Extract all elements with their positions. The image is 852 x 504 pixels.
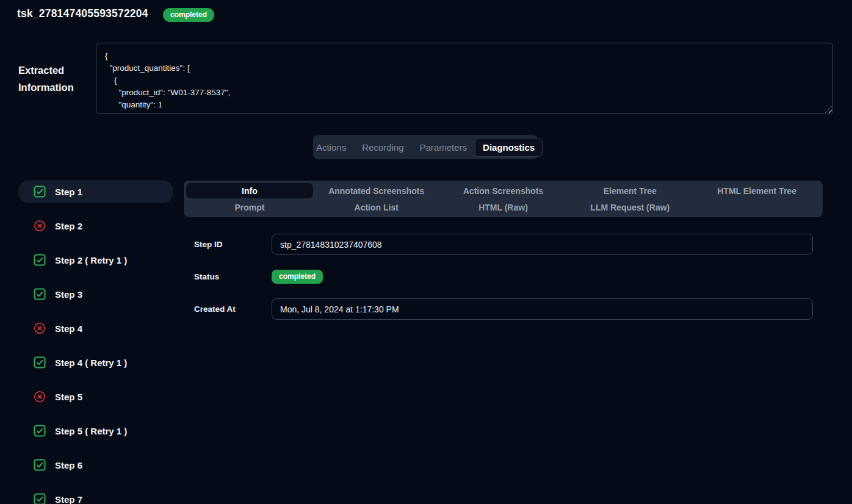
step-list-item[interactable]: Step 4 ( Retry 1 ) <box>18 351 173 374</box>
step-label: Step 2 ( Retry 1 ) <box>55 255 127 265</box>
step-list-item[interactable]: Step 5 ( Retry 1 ) <box>18 419 173 442</box>
steps-sidebar: Step 1 Step 2 Step 2 ( Retry 1 ) Step 3 <box>18 180 173 504</box>
step-list-item[interactable]: Step 1 <box>18 180 173 203</box>
subtab-html-element-tree[interactable]: HTML Element Tree <box>693 183 820 198</box>
step-label: Step 5 <box>55 392 82 402</box>
step-list-item[interactable]: Step 6 <box>18 453 173 477</box>
tab-parameters[interactable]: Parameters <box>412 138 475 157</box>
x-circle-icon <box>34 391 46 403</box>
check-square-icon <box>34 459 46 471</box>
task-status-badge: completed <box>163 8 214 22</box>
step-label: Step 4 ( Retry 1 ) <box>55 358 127 368</box>
check-square-icon <box>34 185 46 198</box>
subtab-prompt[interactable]: Prompt <box>186 200 313 215</box>
subtab-info[interactable]: Info <box>186 183 313 198</box>
subtab-action-list[interactable]: Action List <box>313 200 440 215</box>
x-circle-icon <box>34 220 46 232</box>
subtab-empty-cell <box>693 200 820 215</box>
status-label: Status <box>194 272 219 281</box>
subtab-llm-request-raw[interactable]: LLM Request (Raw) <box>566 200 693 215</box>
step-label: Step 7 <box>55 494 82 504</box>
check-square-icon <box>34 493 46 504</box>
extracted-information-container: { "product_quantities": [ { "product_id"… <box>96 43 833 114</box>
step-label: Step 3 <box>55 289 82 300</box>
subtab-element-tree[interactable]: Element Tree <box>566 183 693 198</box>
diagnostics-tab-bar: Info Annotated Screenshots Action Screen… <box>184 181 823 217</box>
extracted-information-label: Extracted Information <box>18 62 92 96</box>
check-square-icon <box>34 356 46 369</box>
created-at-label: Created At <box>194 304 236 314</box>
subtab-annotated-screenshots[interactable]: Annotated Screenshots <box>313 183 440 198</box>
check-square-icon <box>34 254 46 266</box>
created-at-input[interactable] <box>272 298 813 320</box>
step-list-item[interactable]: Step 2 <box>18 214 173 237</box>
tab-recording[interactable]: Recording <box>354 138 411 157</box>
check-square-icon <box>34 425 46 437</box>
subtab-html-raw[interactable]: HTML (Raw) <box>440 200 567 215</box>
main-tab-bar: Actions Recording Parameters Diagnostics <box>313 135 538 159</box>
step-label: Step 4 <box>55 323 82 334</box>
task-diagnostics-page: tsk_278147405593572204 completed Extract… <box>0 0 852 504</box>
step-list-item[interactable]: Step 7 <box>18 488 173 504</box>
step-id-input[interactable] <box>272 234 813 255</box>
step-label: Step 6 <box>55 460 82 470</box>
x-circle-icon <box>34 322 46 334</box>
step-list-item[interactable]: Step 5 <box>18 385 173 408</box>
step-list-item[interactable]: Step 3 <box>18 283 173 306</box>
extracted-information-textarea[interactable]: { "product_quantities": [ { "product_id"… <box>96 43 833 114</box>
subtab-action-screenshots[interactable]: Action Screenshots <box>440 183 567 198</box>
check-square-icon <box>34 288 46 300</box>
step-label: Step 2 <box>55 221 82 231</box>
step-id-label: Step ID <box>194 240 223 249</box>
step-list-item[interactable]: Step 2 ( Retry 1 ) <box>18 248 173 272</box>
step-list-item[interactable]: Step 4 <box>18 317 173 340</box>
step-label: Step 1 <box>55 187 82 197</box>
step-status-badge: completed <box>272 270 323 284</box>
tab-diagnostics[interactable]: Diagnostics <box>475 138 543 157</box>
step-label: Step 5 ( Retry 1 ) <box>55 426 127 436</box>
tab-actions[interactable]: Actions <box>308 138 354 157</box>
task-id-title: tsk_278147405593572204 <box>17 7 148 20</box>
